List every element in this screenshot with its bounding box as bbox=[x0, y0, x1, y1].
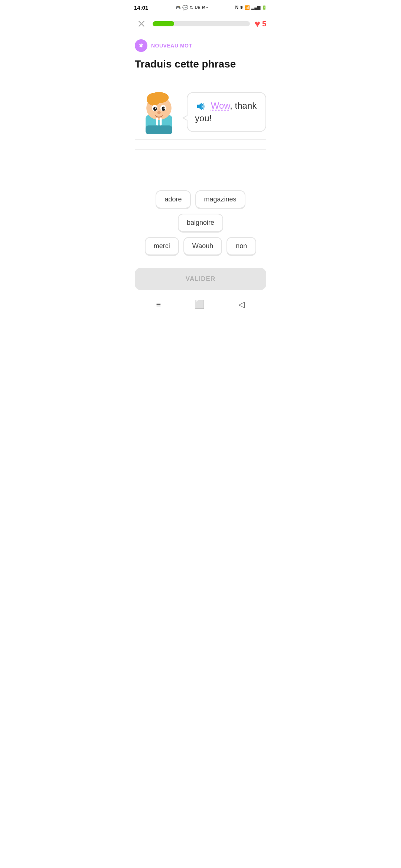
svg-rect-5 bbox=[146, 125, 172, 134]
svg-point-11 bbox=[153, 106, 157, 111]
word-chip-merci[interactable]: merci bbox=[145, 237, 179, 256]
chat-icon: 💬 bbox=[182, 5, 188, 10]
bluetooth-icon: ✱ bbox=[240, 5, 243, 10]
answer-line-1 bbox=[135, 149, 266, 150]
instruction-text: Traduis cette phrase bbox=[128, 54, 273, 76]
svg-marker-3 bbox=[139, 43, 143, 48]
r-label: R bbox=[202, 5, 205, 10]
lesson-type-label: NOUVEAU MOT bbox=[151, 43, 192, 49]
svg-point-15 bbox=[157, 111, 160, 114]
progress-bar bbox=[153, 21, 250, 26]
svg-point-13 bbox=[155, 107, 157, 109]
speech-text: Wow, thank you! bbox=[195, 99, 258, 124]
character-illustration bbox=[137, 80, 181, 139]
answer-line-2 bbox=[135, 165, 266, 165]
word-choices: adore magazines baignoire merci Waouh no… bbox=[128, 184, 273, 262]
status-bar: 14:01 🎮 💬 ⇅ UE R • N ✱ 📶 ▂▄▆ 🔋 bbox=[128, 0, 273, 13]
home-icon[interactable]: ⬜ bbox=[195, 300, 205, 309]
svg-marker-18 bbox=[197, 103, 202, 110]
wifi-icon: 📶 bbox=[245, 5, 250, 10]
ue-label: UE bbox=[195, 5, 200, 10]
progress-fill bbox=[153, 21, 174, 26]
back-icon[interactable]: ◁ bbox=[238, 300, 245, 309]
validate-button[interactable]: VALIDER bbox=[135, 268, 266, 290]
speech-bubble[interactable]: Wow, thank you! bbox=[187, 92, 266, 132]
hearts-count: 5 bbox=[262, 20, 266, 28]
bottom-nav: ≡ ⬜ ◁ bbox=[128, 294, 273, 313]
speaker-icon bbox=[195, 101, 205, 112]
word-chip-magazines[interactable]: magazines bbox=[195, 190, 245, 209]
character-area: Wow, thank you! bbox=[128, 76, 273, 139]
lesson-icon bbox=[135, 39, 147, 52]
status-icons-left: 🎮 💬 ⇅ UE R • bbox=[176, 5, 208, 10]
status-time: 14:01 bbox=[134, 4, 148, 11]
speech-wow-word: Wow bbox=[211, 101, 230, 111]
hearts-container: ♥ 5 bbox=[254, 18, 266, 30]
answer-lines bbox=[135, 146, 266, 172]
svg-point-12 bbox=[162, 106, 165, 111]
nfc-icon: N bbox=[235, 5, 239, 10]
close-button[interactable] bbox=[135, 17, 148, 30]
top-bar: ♥ 5 bbox=[128, 13, 273, 34]
answer-area bbox=[128, 140, 273, 184]
status-icons-right: N ✱ 📶 ▂▄▆ 🔋 bbox=[235, 5, 267, 10]
svg-point-8 bbox=[149, 92, 169, 103]
word-chip-non[interactable]: non bbox=[226, 237, 256, 256]
character-wrapper bbox=[135, 80, 183, 139]
word-row-1: adore magazines baignoire bbox=[135, 190, 266, 233]
game-icon: 🎮 bbox=[176, 5, 181, 10]
svg-point-14 bbox=[163, 107, 165, 109]
heart-icon: ♥ bbox=[254, 18, 260, 30]
arrows-icon: ⇅ bbox=[190, 5, 193, 10]
audio-icon[interactable] bbox=[195, 101, 205, 112]
battery-icon: 🔋 bbox=[262, 5, 267, 10]
svg-rect-17 bbox=[160, 118, 162, 125]
close-icon bbox=[137, 20, 146, 28]
svg-rect-16 bbox=[156, 118, 158, 125]
word-row-2: merci Waouh non bbox=[135, 237, 266, 256]
signal-icon: ▂▄▆ bbox=[251, 5, 260, 10]
lesson-label: NOUVEAU MOT bbox=[128, 34, 273, 54]
dot-icon: • bbox=[206, 5, 208, 10]
menu-icon[interactable]: ≡ bbox=[156, 300, 161, 309]
word-chip-baignoire[interactable]: baignoire bbox=[178, 214, 223, 233]
word-chip-adore[interactable]: adore bbox=[156, 190, 190, 209]
word-chip-waouh[interactable]: Waouh bbox=[183, 237, 222, 256]
sparkle-icon bbox=[137, 42, 145, 49]
